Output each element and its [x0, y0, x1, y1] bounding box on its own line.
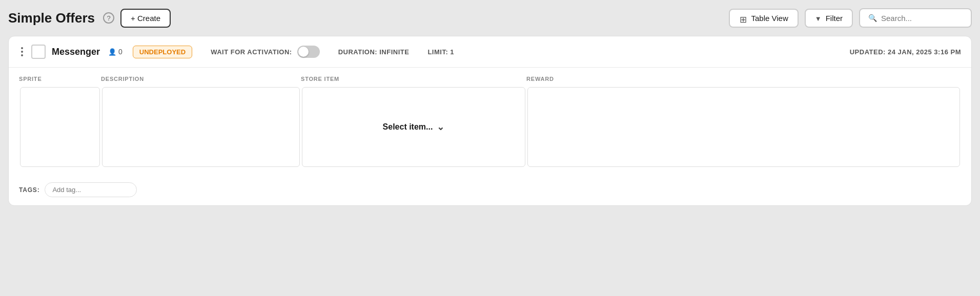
table-view-label: Table View: [751, 14, 788, 23]
card-name: Messenger: [52, 47, 100, 57]
table-area: SPRITE DESCRIPTION STORE ITEM REWARD Sel…: [9, 68, 971, 176]
table-header: SPRITE DESCRIPTION STORE ITEM REWARD: [19, 76, 961, 86]
tags-label: TAGS:: [19, 186, 39, 194]
description-cell[interactable]: [102, 87, 300, 167]
person-icon: [108, 48, 116, 56]
filter-button[interactable]: Filter: [805, 9, 853, 28]
col-reward: REWARD: [526, 76, 961, 82]
page-title: Simple Offers: [8, 10, 95, 26]
help-icon[interactable]: ?: [103, 12, 114, 24]
col-description: DESCRIPTION: [101, 76, 301, 82]
table-view-button[interactable]: Table View: [729, 9, 799, 28]
create-button[interactable]: + Create: [120, 9, 171, 28]
search-box: [859, 8, 972, 28]
status-badge: UNDEPLOYED: [133, 46, 192, 58]
activation-toggle[interactable]: [297, 46, 320, 58]
card-checkbox[interactable]: [31, 45, 46, 59]
top-bar: Simple Offers ? + Create Table View Filt…: [8, 8, 972, 28]
search-icon: [868, 13, 877, 23]
duration-label: DURATION: INFINITE: [338, 48, 410, 56]
filter-label: Filter: [826, 14, 843, 23]
user-count: 0: [108, 48, 122, 56]
col-sprite: SPRITE: [19, 76, 101, 82]
wait-for-activation: WAIT FOR ACTIVATION:: [211, 46, 320, 58]
drag-handle[interactable]: [19, 45, 25, 58]
select-item-label: Select item...: [383, 122, 433, 132]
filter-icon: [815, 14, 822, 23]
tag-input[interactable]: [45, 182, 137, 197]
offer-card: Messenger 0 UNDEPLOYED WAIT FOR ACTIVATI…: [8, 36, 972, 206]
table-icon: [739, 14, 747, 22]
card-header: Messenger 0 UNDEPLOYED WAIT FOR ACTIVATI…: [9, 36, 971, 68]
search-input[interactable]: [881, 14, 963, 23]
tags-row: TAGS:: [9, 176, 971, 205]
table-row: Select item... ⌄: [19, 86, 961, 168]
reward-cell[interactable]: [527, 87, 960, 167]
updated-label: UPDATED: 24 JAN, 2025 3:16 PM: [850, 48, 961, 56]
sprite-cell[interactable]: [20, 87, 100, 167]
col-store-item: STORE ITEM: [301, 76, 526, 82]
user-count-value: 0: [118, 48, 122, 56]
limit-label: LIMIT: 1: [427, 48, 454, 56]
chevron-down-icon: ⌄: [437, 121, 444, 133]
wait-activation-label: WAIT FOR ACTIVATION:: [211, 48, 292, 56]
store-item-cell[interactable]: Select item... ⌄: [302, 87, 525, 167]
